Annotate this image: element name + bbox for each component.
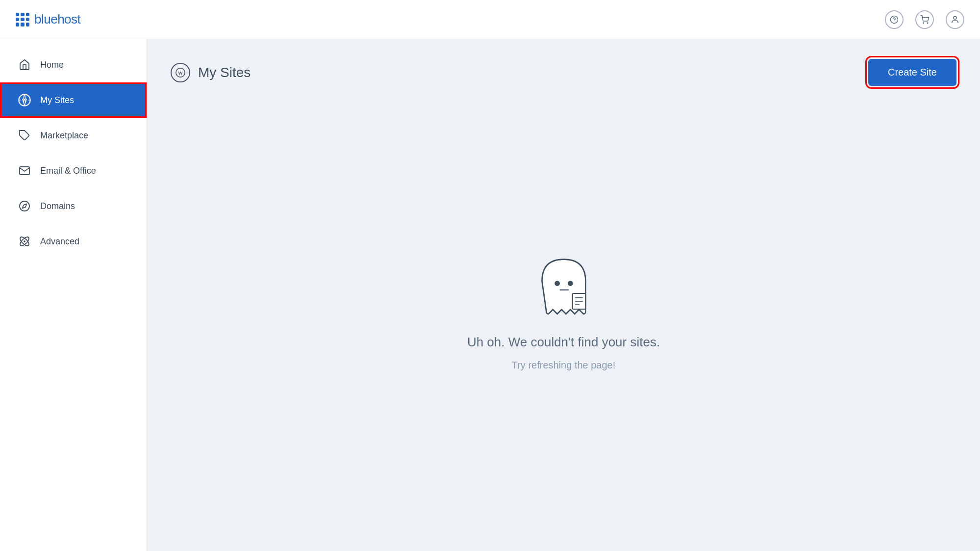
svg-point-14 (568, 281, 573, 286)
page-title: My Sites (198, 65, 251, 80)
sidebar-item-email-office[interactable]: Email & Office (0, 153, 147, 188)
svg-marker-9 (23, 204, 26, 208)
main-layout: Home W My Sites Marketplace (0, 39, 980, 551)
page-header: W My Sites Create Site (171, 59, 956, 86)
svg-point-10 (24, 241, 25, 242)
sidebar-item-marketplace-label: Marketplace (40, 131, 88, 141)
sidebar-item-home[interactable]: Home (0, 47, 147, 82)
tag-icon (18, 129, 31, 142)
logo-text: bluehost (34, 12, 80, 27)
ghost-illustration (525, 246, 603, 325)
svg-point-8 (20, 201, 29, 211)
header-icons-group (885, 10, 964, 29)
wordpress-icon: W (18, 93, 31, 107)
create-site-button[interactable]: Create Site (868, 59, 956, 86)
cart-button[interactable] (915, 10, 934, 29)
logo-area: bluehost (16, 12, 80, 27)
empty-state: Uh oh. We couldn't find your sites. Try … (171, 86, 956, 531)
sidebar-item-domains-label: Domains (40, 201, 75, 211)
svg-point-3 (927, 23, 928, 24)
compass-icon (18, 199, 31, 213)
sidebar-item-my-sites-label: My Sites (40, 95, 74, 105)
home-icon (18, 58, 31, 72)
svg-point-13 (554, 281, 560, 286)
svg-point-2 (923, 23, 924, 24)
help-button[interactable] (885, 10, 904, 29)
sidebar-item-email-office-label: Email & Office (40, 166, 96, 176)
page-title-area: W My Sites (171, 63, 251, 82)
main-content: W My Sites Create Site (147, 39, 980, 551)
sidebar: Home W My Sites Marketplace (0, 39, 147, 551)
user-button[interactable] (946, 10, 964, 29)
sidebar-item-home-label: Home (40, 60, 64, 70)
empty-state-title: Uh oh. We couldn't find your sites. (467, 335, 660, 350)
svg-point-4 (954, 16, 956, 19)
sidebar-item-domains[interactable]: Domains (0, 188, 147, 224)
mail-icon (18, 164, 31, 178)
empty-state-subtitle: Try refreshing the page! (512, 360, 616, 371)
sidebar-item-my-sites[interactable]: W My Sites (0, 82, 147, 118)
logo-grid-icon (16, 13, 29, 26)
top-header: bluehost (0, 0, 980, 39)
sidebar-item-advanced[interactable]: Advanced (0, 224, 147, 259)
atom-icon (18, 235, 31, 248)
sidebar-item-advanced-label: Advanced (40, 236, 79, 247)
page-wp-icon: W (171, 63, 190, 82)
svg-text:W: W (178, 70, 183, 75)
svg-text:W: W (22, 98, 27, 104)
sidebar-item-marketplace[interactable]: Marketplace (0, 118, 147, 153)
